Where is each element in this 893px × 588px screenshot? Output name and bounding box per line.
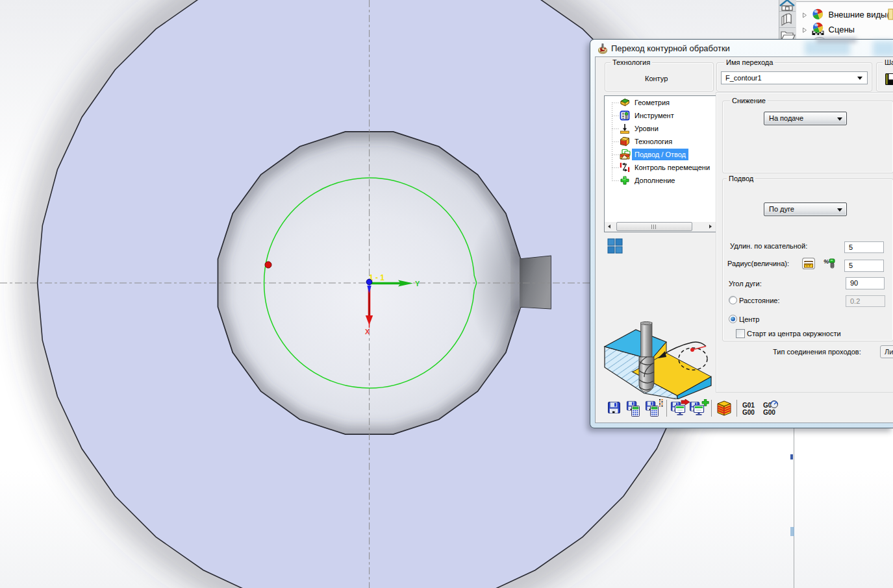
svg-text:G00: G00 <box>742 409 755 416</box>
svg-text:Y: Y <box>415 280 420 288</box>
svg-text:Сцены: Сцены <box>829 25 855 34</box>
svg-text:X: X <box>365 328 370 336</box>
svg-text:Внешние виды(со: Внешние виды(со <box>829 10 893 19</box>
svg-text:%: % <box>824 258 829 265</box>
svg-text:G01: G01 <box>742 402 755 409</box>
svg-text:G00: G00 <box>763 409 775 416</box>
